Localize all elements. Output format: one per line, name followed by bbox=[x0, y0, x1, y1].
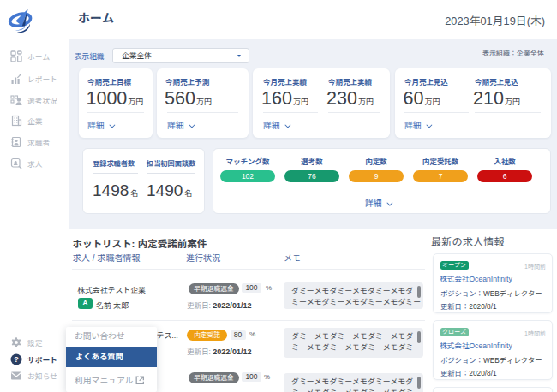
svg-text:?: ? bbox=[14, 355, 19, 364]
